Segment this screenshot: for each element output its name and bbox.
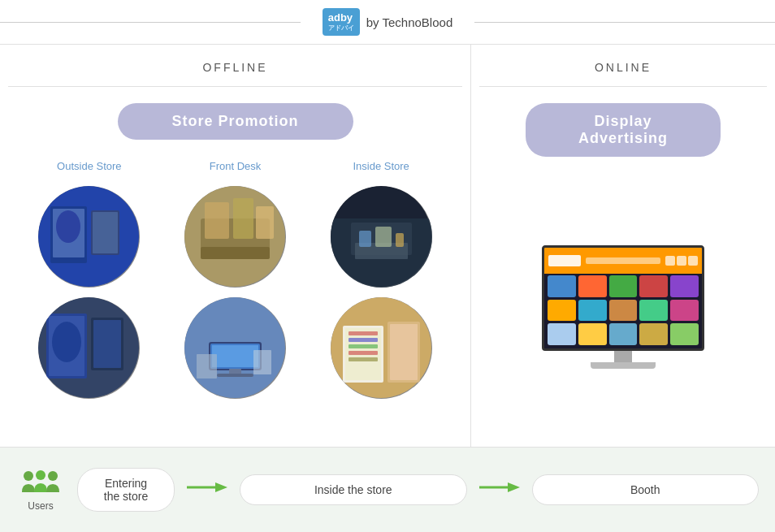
- svg-point-44: [36, 470, 45, 480]
- front-desk-section: Front Desk: [184, 160, 286, 399]
- svg-rect-37: [349, 338, 378, 342]
- svg-rect-11: [93, 320, 121, 368]
- store-promotion-button[interactable]: Store Promotion: [118, 103, 353, 140]
- header-brand: by TechnoBlood: [366, 15, 452, 29]
- outside-store-label: Outside Store: [57, 160, 122, 172]
- svg-rect-16: [256, 206, 274, 239]
- header: adby アドバイ by TechnoBlood: [0, 0, 775, 45]
- logo-text-main: adby: [328, 11, 353, 24]
- svg-rect-31: [375, 227, 392, 247]
- svg-point-43: [24, 471, 33, 481]
- logo-box: adby アドバイ: [323, 8, 360, 36]
- header-line-right: [474, 22, 775, 23]
- main-content: OFFLINE Store Promotion Outside Store: [0, 45, 775, 447]
- svg-rect-17: [201, 247, 270, 259]
- header-line-left: [0, 22, 301, 23]
- users-icon: [20, 468, 61, 496]
- svg-rect-38: [349, 344, 378, 348]
- svg-marker-47: [215, 482, 227, 492]
- svg-rect-15: [233, 198, 253, 239]
- svg-point-9: [52, 322, 81, 362]
- front-desk-img-1: [184, 186, 286, 288]
- svg-rect-42: [390, 324, 418, 380]
- flow-step-3: Booth: [532, 474, 760, 505]
- svg-rect-39: [349, 351, 378, 355]
- monitor-screen: [542, 245, 704, 351]
- header-logo: adby アドバイ by TechnoBlood: [323, 8, 452, 36]
- flow-step-1-label: Enteringthe store: [104, 477, 148, 503]
- svg-rect-21: [212, 345, 258, 367]
- front-desk-img-2: [184, 297, 286, 399]
- inside-store-section: Inside Store: [331, 160, 432, 399]
- inside-store-img-2: [331, 297, 432, 399]
- inside-store-img-1: [331, 186, 432, 288]
- online-divider: [479, 86, 767, 87]
- flow-arrow-1: [187, 478, 227, 503]
- svg-point-45: [48, 471, 58, 481]
- panel-online: ONLINE Display Advertising: [471, 45, 775, 447]
- svg-rect-40: [349, 357, 378, 361]
- flow-step-2: Inside the store: [240, 474, 467, 505]
- monitor: [542, 245, 704, 369]
- front-desk-label: Front Desk: [210, 160, 262, 172]
- store-sections: Outside Store: [8, 160, 462, 399]
- offline-divider: [8, 86, 462, 87]
- users-label: Users: [28, 500, 53, 512]
- monitor-container: [479, 177, 767, 437]
- svg-rect-23: [217, 374, 253, 377]
- inside-store-label: Inside Store: [353, 160, 409, 172]
- logo-text-sub: アドバイ: [328, 24, 354, 32]
- flow-step-3-label: Booth: [630, 483, 660, 496]
- svg-rect-36: [349, 331, 378, 335]
- outside-store-img-1: [38, 186, 140, 288]
- bottom-bar: Users Enteringthe store Inside the store…: [0, 447, 775, 532]
- svg-point-3: [56, 210, 80, 243]
- online-title: ONLINE: [479, 61, 767, 74]
- display-advertising-button[interactable]: Display Advertising: [526, 103, 721, 157]
- users-icon-container: Users: [16, 468, 65, 512]
- flow-step-1: Enteringthe store: [77, 468, 175, 512]
- svg-rect-30: [359, 231, 371, 247]
- svg-rect-25: [253, 350, 271, 374]
- svg-rect-14: [205, 202, 229, 239]
- outside-store-img-2: [38, 297, 140, 399]
- svg-rect-32: [396, 233, 404, 247]
- flow-arrow-2: [479, 478, 520, 503]
- offline-title: OFFLINE: [8, 61, 462, 74]
- panel-offline: OFFLINE Store Promotion Outside Store: [0, 45, 471, 447]
- flow-step-2-label: Inside the store: [314, 483, 392, 496]
- outside-store-section: Outside Store: [38, 160, 140, 399]
- svg-marker-49: [508, 482, 520, 492]
- svg-rect-24: [197, 354, 217, 378]
- svg-rect-5: [93, 212, 118, 253]
